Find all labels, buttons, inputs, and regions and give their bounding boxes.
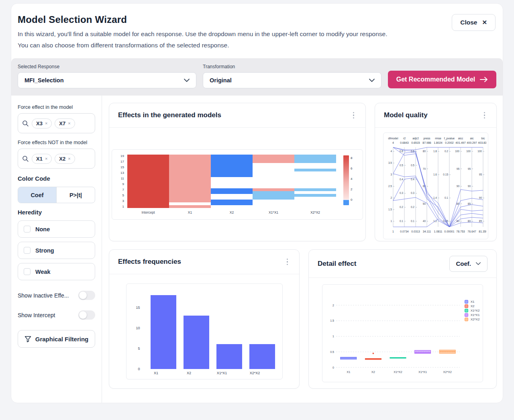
svg-text:1.8: 1.8 [433, 150, 437, 153]
legend-item[interactable]: X1 [465, 300, 480, 304]
svg-text:1: 1 [390, 220, 392, 222]
force-in-input[interactable]: X3×X7× [18, 113, 95, 133]
graphical-filtering-button[interactable]: Graphical Filtering [18, 330, 95, 348]
svg-text:2.5: 2.5 [388, 185, 392, 188]
detail-effect-panel: Detail effect Coef. 00.511.52X1X2X1*X2X1… [308, 249, 497, 389]
legend-item[interactable]: X1*X2 [465, 309, 480, 312]
svg-text:2: 2 [390, 196, 392, 199]
svg-text:rmse: rmse [435, 137, 441, 140]
heatmap-cell [211, 186, 253, 188]
heatmap-cell [294, 191, 336, 194]
heatmap-cell [253, 166, 294, 169]
svg-text:0.6843: 0.6843 [400, 141, 409, 144]
legend-item[interactable]: X1*X1 [465, 313, 480, 317]
graphical-filtering-label: Graphical Filtering [35, 336, 89, 343]
bar-x-tick: X1*X1 [209, 371, 235, 375]
effect-chip[interactable]: X1× [32, 154, 52, 164]
heatmap-cell [169, 191, 211, 194]
legend-label: X1 [471, 300, 475, 304]
force-out-input[interactable]: X1×X2× [18, 149, 95, 169]
close-button[interactable]: Close ✕ [452, 14, 496, 31]
heredity-label: Heredity [18, 209, 95, 216]
svg-text:X1: X1 [347, 370, 350, 374]
svg-text:dfmodel: dfmodel [388, 137, 398, 140]
chip-remove-icon[interactable]: × [68, 156, 70, 161]
bar-column [249, 290, 275, 369]
heredity-options: NoneStrongWeak [18, 220, 95, 280]
heatmap-x-tick: X2 [211, 210, 253, 214]
heatmap-cell [127, 188, 169, 191]
heatmap-cell [294, 197, 336, 200]
heredity-option-none[interactable]: None [18, 220, 95, 238]
bar-x-tick: X2 [176, 371, 202, 375]
chip-remove-icon[interactable]: × [45, 121, 47, 126]
svg-text:80: 80 [423, 150, 426, 153]
color-code-option-pvalue[interactable]: P>|t| [56, 187, 95, 203]
heatmap-cell [253, 177, 294, 180]
checkbox[interactable] [24, 247, 31, 254]
bar [249, 344, 275, 369]
selected-response-label: Selected Response [18, 64, 196, 69]
svg-text:0: 0 [332, 366, 334, 369]
heatmap-cell [294, 202, 336, 205]
heredity-option-strong[interactable]: Strong [18, 242, 95, 259]
heatmap-cell [169, 202, 211, 205]
heatmap-cell [169, 186, 211, 188]
svg-text:100: 100 [477, 150, 482, 153]
transformation-value: Original [210, 77, 232, 84]
color-code-option-coef[interactable]: Coef [18, 187, 56, 203]
svg-text:90: 90 [457, 185, 460, 188]
heatmap-cell [211, 205, 253, 208]
heatmap-cell [169, 166, 211, 169]
svg-text:0.15: 0.15 [443, 173, 448, 176]
checkbox[interactable] [24, 268, 31, 275]
heatmap-cell [169, 157, 211, 160]
heatmap-cell [294, 163, 336, 166]
bar-y-tick: 15 [136, 306, 140, 310]
parcoords-svg: dfmodel4143.532.521.51r20.68430.07340.60… [385, 135, 486, 235]
svg-text:0.5: 0.5 [411, 164, 414, 167]
legend-swatch [465, 313, 468, 317]
chip-label: X2 [59, 156, 65, 162]
heatmap-cell [294, 169, 336, 171]
svg-text:2: 2 [332, 304, 334, 306]
heatmap-cell [253, 191, 294, 194]
show-intercept-toggle[interactable] [78, 310, 95, 320]
heatmap-y-tick: 15 [118, 166, 124, 169]
heatmap-cell [127, 174, 169, 177]
heatmap-cell [253, 183, 294, 186]
heatmap-cell [294, 200, 336, 202]
effect-chip[interactable]: X7× [55, 118, 75, 128]
legend-item[interactable]: X2*X2 [465, 318, 480, 321]
heatmap-cell [127, 186, 169, 188]
selected-response-dropdown[interactable]: MFI_Selection [18, 72, 196, 88]
kebab-menu-icon[interactable] [351, 110, 357, 121]
kebab-menu-icon[interactable] [481, 110, 488, 121]
legend-swatch [465, 318, 468, 321]
heatmap-cell [253, 194, 294, 197]
checkbox[interactable] [24, 226, 31, 232]
effect-chip[interactable]: X2× [55, 154, 75, 164]
kebab-menu-icon[interactable] [284, 256, 291, 268]
chip-label: X1 [36, 156, 43, 162]
heatmap-cell [294, 171, 336, 174]
chip-remove-icon[interactable]: × [45, 156, 47, 161]
heatmap-y-tick: 1 [118, 205, 124, 208]
svg-text:100: 100 [466, 150, 471, 153]
get-recommended-model-button[interactable]: Get Recommended Model [388, 71, 496, 88]
heatmap-row [127, 180, 336, 183]
boxplot-svg: 00.511.52X1X2X1*X2X1*X1X2*X2 [326, 289, 462, 378]
transformation-dropdown[interactable]: Original [203, 72, 381, 88]
colorbar-tick: 2 [351, 188, 352, 191]
legend-item[interactable]: X2 [465, 304, 480, 308]
heredity-option-weak[interactable]: Weak [18, 263, 95, 280]
detail-effect-metric-dropdown[interactable]: Coef. [449, 256, 488, 272]
heatmap-row [127, 186, 336, 188]
svg-text:403.832: 403.832 [478, 141, 486, 144]
chip-remove-icon[interactable]: × [68, 121, 70, 126]
heatmap-y-tick: 7 [118, 188, 124, 191]
heatmap-cell [211, 183, 253, 186]
show-inactive-effects-toggle[interactable] [78, 291, 95, 300]
svg-text:1.8024: 1.8024 [434, 141, 443, 144]
effect-chip[interactable]: X3× [32, 118, 52, 128]
